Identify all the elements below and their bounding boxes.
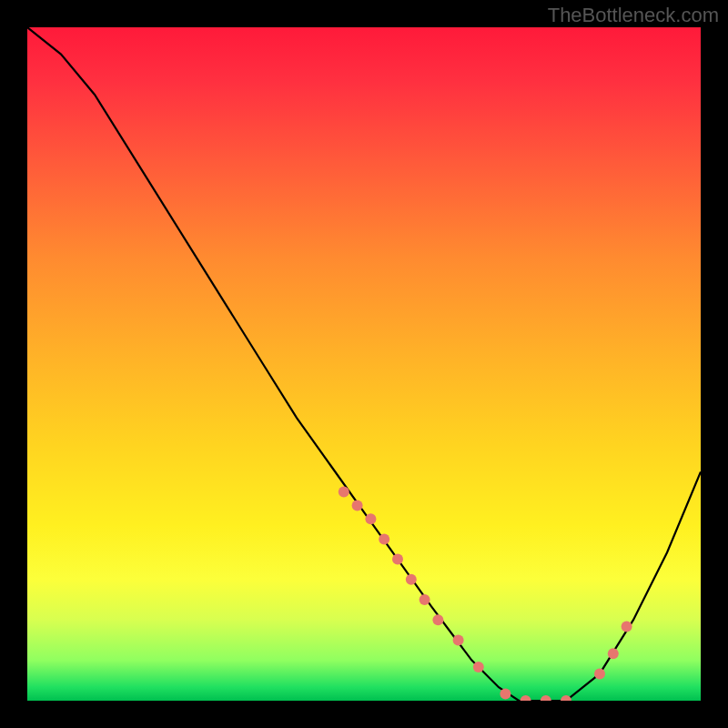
data-marker [521,695,531,701]
data-marker [392,554,403,565]
data-marker [365,513,376,524]
data-marker [432,614,443,625]
bottleneck-curve [27,27,701,701]
data-marker [453,634,464,645]
data-marker [420,594,430,605]
data-marker [379,533,389,544]
data-marker [561,695,571,701]
plot-area [27,27,701,701]
data-marker [406,574,417,585]
chart-container: TheBottleneck.com [0,0,728,728]
data-marker [541,695,551,701]
data-marker [473,662,484,672]
curve-layer [27,27,701,701]
data-marker [594,668,605,679]
watermark-text: TheBottleneck.com [548,4,719,27]
data-marker [622,622,632,632]
data-marker [500,689,511,700]
data-marker [339,487,349,498]
data-marker [608,648,619,659]
data-marker [352,500,363,511]
